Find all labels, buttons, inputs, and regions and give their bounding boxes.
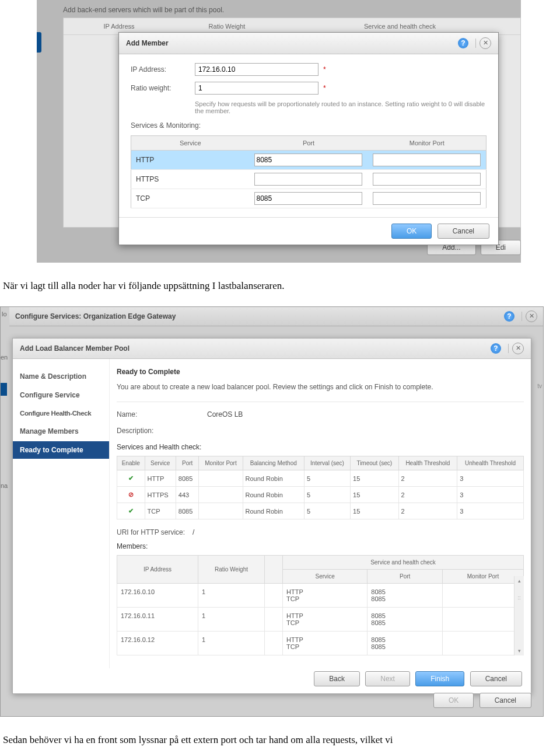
services-table: Service Port Monitor Port HTTPHTTPSTCP: [131, 135, 487, 208]
services-summary-table: EnableServicePortMonitor PortBalancing M…: [117, 456, 524, 519]
dialog-title: Add Member: [126, 39, 458, 47]
outer-cancel-button[interactable]: Cancel: [480, 693, 531, 708]
col-header: Port: [176, 456, 199, 470]
ratio-help-text: Specify how requests will be proportiona…: [195, 100, 487, 114]
add-member-screenshot: Add back-end servers which will be part …: [37, 0, 521, 263]
wizard-step[interactable]: Manage Members: [13, 423, 109, 440]
services-section-label: Services & Monitoring:: [131, 121, 487, 130]
ok-button[interactable]: OK: [391, 224, 432, 239]
col-header: Interval (sec): [304, 456, 350, 470]
col-spacer: [265, 556, 283, 584]
table-row[interactable]: HTTPS: [131, 170, 487, 189]
scrollbar[interactable]: ▴ :: ▾: [514, 576, 524, 655]
col-ip: IP Address: [64, 23, 174, 30]
uri-label: URI for HTTP service:: [117, 528, 192, 536]
monitor-port-input[interactable]: [373, 154, 481, 166]
fragment-na: na: [1, 482, 8, 489]
load-balancer-pool-screenshot: lo en na tv Configure Services: Organiza…: [0, 306, 544, 717]
wizard-step[interactable]: Configure Health-Check: [13, 405, 109, 421]
check-icon: ✔: [128, 475, 134, 482]
col-monitor: Monitor Port: [368, 136, 487, 151]
col-header: Monitor Port: [199, 456, 243, 470]
name-value: CoreOS LB: [207, 410, 243, 418]
add-member-dialog: Add Member ? ✕ IP Address: * Ratio weigh…: [118, 32, 499, 245]
outer-dialog-titlebar: Configure Services: Organization Edge Ga…: [9, 307, 543, 326]
table-row: 172.16.0.101HTTP TCP8085 8085: [117, 584, 524, 608]
wizard-step[interactable]: Name & Description: [13, 368, 109, 385]
col-header: Enable: [117, 456, 145, 470]
col-header: Timeout (sec): [351, 456, 399, 470]
monitor-port-input[interactable]: [373, 173, 481, 186]
name-label: Name:: [117, 410, 207, 418]
back-button[interactable]: Back: [314, 671, 360, 686]
col-monitor: Monitor Port: [443, 570, 524, 584]
close-icon[interactable]: ✕: [526, 311, 537, 322]
port-input[interactable]: [254, 154, 363, 166]
port-input[interactable]: [254, 192, 363, 205]
close-icon[interactable]: ✕: [512, 343, 524, 354]
disabled-icon: ⊘: [128, 491, 134, 498]
add-pool-dialog: Add Load Balancer Member Pool ? ✕ Name &…: [12, 338, 531, 694]
col-header: Unhealth Threshold: [457, 456, 524, 470]
members-table: IP Address Ratio Weight Service and heal…: [117, 555, 524, 655]
fragment-tv: tv: [537, 383, 542, 389]
cell-service: HTTPS: [131, 170, 250, 189]
col-ip: IP Address: [117, 556, 198, 584]
required-icon: *: [323, 65, 326, 74]
pool-instruction: Add back-end servers which will be part …: [63, 6, 224, 14]
wizard-steps: Name & DescriptionConfigure ServiceConfi…: [13, 359, 109, 668]
inner-title: Add Load Balancer Member Pool: [20, 344, 491, 353]
finish-button[interactable]: Finish: [415, 671, 464, 686]
ip-label: IP Address:: [131, 65, 195, 74]
fragment-lo: lo: [2, 311, 7, 318]
cell-service: TCP: [131, 189, 250, 208]
help-icon[interactable]: ?: [491, 343, 501, 354]
cancel-button[interactable]: Cancel: [470, 671, 522, 686]
col-service: Service: [283, 570, 368, 584]
col-header: Service: [145, 456, 176, 470]
col-ratio: Ratio Weight: [174, 23, 279, 30]
narrative-text-1: När vi lagt till alla noder har vi följa…: [3, 280, 557, 292]
required-icon: *: [323, 84, 326, 92]
col-header: Health Threshold: [398, 456, 457, 470]
col-port: Port: [368, 570, 443, 584]
ratio-input[interactable]: [195, 82, 318, 95]
ratio-label: Ratio weight:: [131, 84, 195, 92]
dialog-titlebar: Add Member ? ✕: [119, 33, 498, 54]
table-row: 172.16.0.121HTTP TCP8085 8085: [117, 632, 524, 655]
wizard-step[interactable]: Configure Service: [13, 386, 109, 404]
members-label: Members:: [117, 542, 524, 550]
table-row: ✔HTTP8085Round Robin51523: [117, 470, 524, 487]
table-row: ✔TCP8085Round Robin51523: [117, 503, 524, 519]
ready-to-complete-description: You are about to create a new load balan…: [117, 383, 524, 391]
help-icon[interactable]: ?: [504, 311, 514, 322]
col-service: Service: [131, 136, 250, 151]
scroll-grip-icon[interactable]: ::: [514, 595, 524, 603]
ip-input[interactable]: [195, 63, 318, 76]
fragment-tab: [1, 383, 7, 396]
table-row[interactable]: TCP: [131, 189, 487, 208]
next-button[interactable]: Next: [365, 671, 410, 686]
narrative-text-2: Sedan behöver vi ha en front som lyssnar…: [3, 734, 557, 746]
close-icon[interactable]: ✕: [480, 37, 491, 49]
check-icon: ✔: [128, 507, 134, 514]
separator: [522, 312, 522, 321]
inner-titlebar: Add Load Balancer Member Pool ? ✕: [13, 339, 531, 359]
side-tab-indicator: [37, 32, 41, 53]
wizard-step[interactable]: Ready to Complete: [13, 441, 109, 459]
port-input[interactable]: [254, 173, 363, 186]
separator: [475, 39, 476, 48]
table-row[interactable]: HTTP: [131, 151, 487, 170]
ready-to-complete-heading: Ready to Complete: [117, 368, 524, 376]
members-table-wrap: IP Address Ratio Weight Service and heal…: [117, 555, 524, 655]
help-icon[interactable]: ?: [458, 38, 468, 48]
cancel-button[interactable]: Cancel: [438, 224, 489, 239]
col-header: Balancing Method: [243, 456, 304, 470]
outer-ok-button[interactable]: OK: [433, 693, 474, 708]
scroll-up-icon[interactable]: ▴: [514, 576, 524, 585]
fragment-en: en: [1, 354, 8, 361]
scroll-down-icon[interactable]: ▾: [514, 646, 524, 655]
services-health-label: Services and Health check:: [117, 443, 524, 451]
outer-dialog-title: Configure Services: Organization Edge Ga…: [15, 312, 504, 320]
monitor-port-input[interactable]: [373, 192, 481, 205]
